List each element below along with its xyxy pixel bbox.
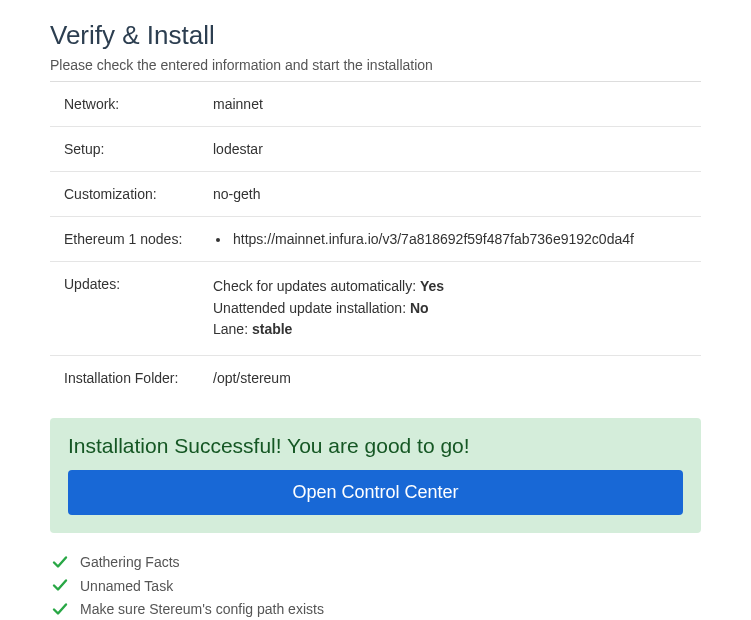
updates-auto-label: Check for updates automatically: <box>213 278 420 294</box>
info-table: Network: mainnet Setup: lodestar Customi… <box>50 82 701 400</box>
label-customization: Customization: <box>50 172 205 217</box>
page-title: Verify & Install <box>50 20 701 51</box>
label-updates: Updates: <box>50 262 205 356</box>
updates-unattended-value: No <box>410 300 429 316</box>
eth1-node-item: https://mainnet.infura.io/v3/7a818692f59… <box>231 231 693 247</box>
row-install-folder: Installation Folder: /opt/stereum <box>50 356 701 401</box>
check-icon <box>52 601 70 619</box>
task-item: Unnamed Task <box>52 575 701 599</box>
value-network: mainnet <box>205 82 701 127</box>
task-item: Gathering Facts <box>52 551 701 575</box>
row-network: Network: mainnet <box>50 82 701 127</box>
label-network: Network: <box>50 82 205 127</box>
updates-auto-value: Yes <box>420 278 444 294</box>
value-setup: lodestar <box>205 127 701 172</box>
task-label: Unnamed Task <box>80 577 173 597</box>
updates-lane-label: Lane: <box>213 321 252 337</box>
row-setup: Setup: lodestar <box>50 127 701 172</box>
task-label: Gathering Facts <box>80 553 180 573</box>
task-list: Gathering Facts Unnamed Task Make sure S… <box>50 551 701 620</box>
task-item: Make sure Stereum's config path exists <box>52 598 701 620</box>
updates-unattended-label: Unattended update installation: <box>213 300 410 316</box>
label-eth1: Ethereum 1 nodes: <box>50 217 205 262</box>
label-setup: Setup: <box>50 127 205 172</box>
value-updates: Check for updates automatically: Yes Una… <box>205 262 701 356</box>
value-install-folder: /opt/stereum <box>205 356 701 401</box>
value-customization: no-geth <box>205 172 701 217</box>
page-subtitle: Please check the entered information and… <box>50 57 701 73</box>
success-title: Installation Successful! You are good to… <box>68 434 683 458</box>
open-control-center-button[interactable]: Open Control Center <box>68 470 683 515</box>
row-updates: Updates: Check for updates automatically… <box>50 262 701 356</box>
task-label: Make sure Stereum's config path exists <box>80 600 324 620</box>
check-icon <box>52 554 70 572</box>
success-panel: Installation Successful! You are good to… <box>50 418 701 533</box>
row-eth1: Ethereum 1 nodes: https://mainnet.infura… <box>50 217 701 262</box>
row-customization: Customization: no-geth <box>50 172 701 217</box>
value-eth1: https://mainnet.infura.io/v3/7a818692f59… <box>205 217 701 262</box>
check-icon <box>52 577 70 595</box>
updates-lane-value: stable <box>252 321 292 337</box>
label-install-folder: Installation Folder: <box>50 356 205 401</box>
